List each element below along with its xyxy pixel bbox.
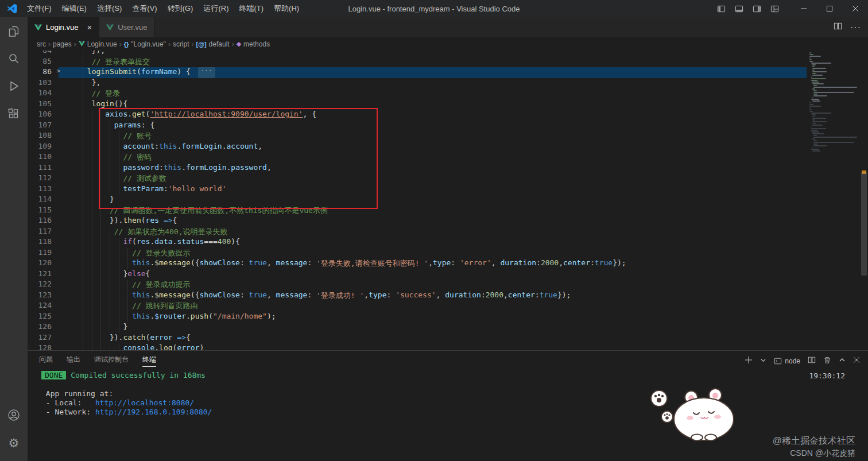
- settings-gear-icon[interactable]: ⚙: [0, 429, 28, 456]
- panel-tab[interactable]: 终端: [142, 355, 156, 367]
- token: type: [369, 290, 386, 301]
- code-line: 119// 登录失败提示: [28, 248, 807, 259]
- tab-label: Login.vue: [46, 23, 78, 32]
- minimap-line: [812, 125, 822, 126]
- search-icon[interactable]: [0, 45, 28, 72]
- maximize-panel-chevron-icon[interactable]: [839, 357, 846, 365]
- token: res: [137, 237, 150, 248]
- panel-tab[interactable]: 问题: [39, 355, 53, 367]
- menu-item[interactable]: 选择(S): [92, 0, 127, 17]
- breadcrumb-item[interactable]: [@]default: [196, 40, 230, 48]
- token: (: [141, 216, 146, 227]
- fold-gutter: [52, 173, 65, 184]
- minimap-line: [812, 147, 813, 148]
- menu-item[interactable]: 转到(G): [162, 0, 199, 17]
- menu-item[interactable]: 终端(T): [234, 0, 269, 17]
- token: .: [150, 237, 154, 248]
- token: (: [146, 110, 150, 121]
- line-number: 128: [28, 343, 52, 350]
- kill-terminal-trash-icon[interactable]: [823, 356, 831, 366]
- tab-login-vue[interactable]: Login.vue×: [28, 17, 99, 37]
- more-actions-icon[interactable]: ···: [850, 23, 861, 32]
- breadcrumb-separator-icon: ›: [48, 40, 51, 48]
- line-number: 104: [28, 88, 52, 99]
- new-terminal-icon[interactable]: [745, 356, 753, 366]
- tab-close-icon[interactable]: ×: [87, 23, 92, 32]
- explorer-icon[interactable]: [0, 17, 28, 45]
- code-text: this.$router.push("/main/home");: [65, 312, 276, 323]
- minimap-line: [813, 145, 827, 146]
- token: 2000: [486, 290, 503, 301]
- code-text: password:this.formLogin.password,: [65, 163, 272, 174]
- accounts-icon[interactable]: [0, 401, 28, 429]
- line-number: 86: [28, 67, 52, 78]
- editor-scrollbar[interactable]: [860, 51, 868, 350]
- token: showClose: [200, 258, 240, 269]
- toggle-sidebar-icon[interactable]: [717, 5, 726, 13]
- tab-user-vue[interactable]: User.vue: [99, 17, 154, 37]
- split-editor-icon[interactable]: [834, 22, 842, 33]
- token: center: [563, 258, 590, 269]
- code-line: 117// 如果状态为400,说明登录失败: [28, 227, 807, 238]
- token: true: [249, 258, 267, 269]
- breadcrumb-item[interactable]: ◆methods: [237, 40, 270, 48]
- indent-guides: [83, 237, 123, 248]
- editor-area[interactable]: 84}),85// 登录表单提交86>loginSubmit(formName)…: [28, 51, 868, 350]
- terminal-profile[interactable]: node: [774, 357, 800, 365]
- token: formLogin: [181, 142, 222, 153]
- fold-gutter: [52, 258, 65, 269]
- token: login: [92, 99, 114, 110]
- line-number: 108: [28, 131, 52, 142]
- toggle-panel-icon[interactable]: [735, 5, 743, 13]
- menu-item[interactable]: 查看(V): [127, 0, 162, 17]
- token: "/main/home": [213, 312, 267, 323]
- token: account: [226, 142, 258, 153]
- panel-tab[interactable]: 调试控制台: [94, 355, 129, 367]
- scrollbar-thumb[interactable]: [861, 172, 867, 276]
- minimap-line: [809, 54, 813, 55]
- token: ,: [503, 290, 508, 301]
- minimap-line: [812, 73, 815, 74]
- token: // 登录成功提示: [132, 280, 190, 290]
- breadcrumb-item[interactable]: script: [173, 40, 189, 48]
- split-terminal-icon[interactable]: [808, 356, 816, 366]
- menu-item[interactable]: 文件(F): [22, 0, 57, 17]
- menu-item[interactable]: 运行(R): [198, 0, 234, 17]
- breadcrumb-item[interactable]: src: [37, 40, 46, 48]
- breadcrumb-label: default: [209, 40, 230, 48]
- code-area[interactable]: 84}),85// 登录表单提交86>loginSubmit(formName)…: [28, 51, 807, 350]
- terminal-link[interactable]: http://localhost:8080/: [95, 398, 194, 407]
- terminal-link[interactable]: http://192.168.0.109:8080/: [95, 408, 212, 416]
- indent-guides: [83, 131, 123, 142]
- breadcrumb-item[interactable]: Login.vue: [79, 40, 117, 48]
- fold-gutter: [52, 343, 65, 350]
- code-line: 124// 跳转到首页路由: [28, 301, 807, 312]
- toggle-secondary-sidebar-icon[interactable]: [753, 5, 761, 13]
- token: (: [173, 343, 177, 350]
- token: status: [177, 237, 204, 248]
- breadcrumb: src›pages›Login.vue›{}"Login.vue"›script…: [28, 37, 868, 51]
- line-number: 84: [28, 51, 52, 57]
- minimize-button[interactable]: [790, 0, 816, 17]
- terminal-profiles-chevron-icon[interactable]: [760, 357, 766, 365]
- close-window-button[interactable]: [842, 0, 868, 17]
- breadcrumb-item[interactable]: {}"Login.vue": [124, 40, 166, 48]
- menu-item[interactable]: 编辑(E): [57, 0, 92, 17]
- breadcrumb-separator-icon: ›: [232, 40, 234, 48]
- customize-layout-icon[interactable]: [770, 5, 779, 13]
- menu-item[interactable]: 帮助(H): [269, 0, 304, 17]
- token: : {: [141, 121, 154, 131]
- breadcrumb-item[interactable]: pages: [53, 40, 72, 48]
- minimap-line: [812, 150, 820, 152]
- minimap-line: [813, 90, 817, 91]
- close-panel-icon[interactable]: [853, 357, 860, 365]
- extensions-icon[interactable]: [0, 100, 28, 127]
- maximize-button[interactable]: [816, 0, 842, 17]
- terminal-line: App running at:: [41, 389, 868, 398]
- token: .: [154, 343, 159, 350]
- fold-chevron-icon[interactable]: >: [52, 67, 65, 78]
- run-debug-icon[interactable]: [0, 72, 28, 100]
- indent-guides: [83, 51, 92, 57]
- panel-tab[interactable]: 输出: [67, 355, 80, 367]
- minimap[interactable]: [807, 51, 860, 350]
